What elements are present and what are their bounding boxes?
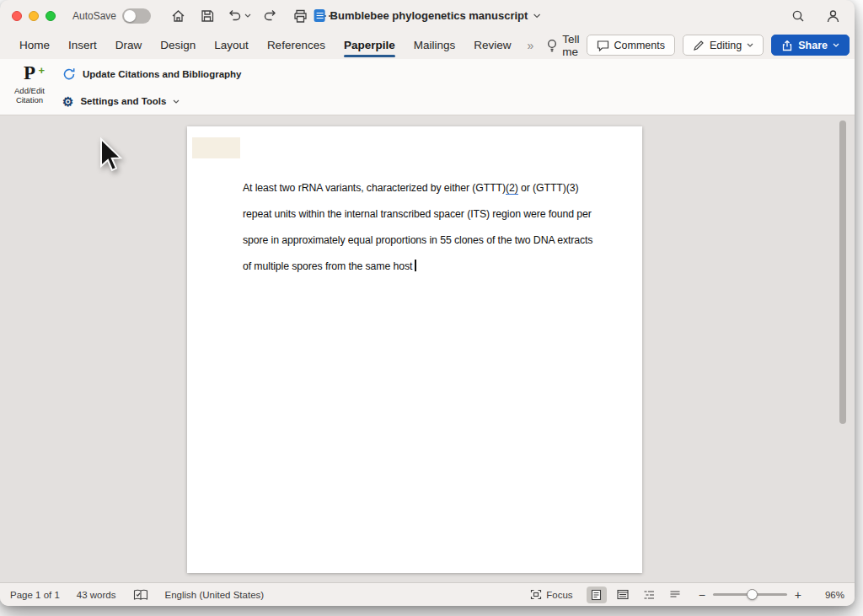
- save-button[interactable]: [197, 6, 217, 26]
- autosave-label: AutoSave: [72, 10, 116, 22]
- home-button[interactable]: [168, 6, 188, 26]
- settings-tools-label: Settings and Tools: [80, 96, 166, 106]
- tab-layout[interactable]: Layout: [205, 33, 258, 57]
- gear-icon: ⚙: [62, 95, 73, 108]
- share-dropdown-icon: [833, 43, 839, 47]
- mouse-cursor: [94, 137, 123, 174]
- focus-mode-button[interactable]: Focus: [530, 589, 572, 600]
- autosave-toggle[interactable]: [122, 8, 151, 24]
- account-button[interactable]: [823, 6, 843, 26]
- tab-home[interactable]: Home: [10, 33, 59, 57]
- highlight-region: [192, 137, 240, 158]
- tab-review[interactable]: Review: [464, 33, 520, 57]
- word-document-icon: [314, 9, 325, 22]
- focus-label: Focus: [546, 590, 572, 600]
- text-line-1: At least two rRNA variants, characterize…: [243, 175, 592, 201]
- word-count[interactable]: 43 words: [77, 590, 116, 600]
- share-label: Share: [798, 40, 828, 51]
- paperpile-logo-icon: P+: [24, 63, 35, 83]
- tab-references[interactable]: References: [258, 33, 335, 57]
- redo-icon: [263, 9, 278, 22]
- document-canvas: At least two rRNA variants, characterize…: [0, 115, 855, 582]
- zoom-in-button[interactable]: +: [795, 589, 801, 601]
- close-window-button[interactable]: [12, 11, 22, 21]
- undo-icon: [227, 9, 242, 22]
- tab-paperpile[interactable]: Paperpile: [335, 33, 405, 57]
- comments-button[interactable]: Comments: [587, 35, 675, 56]
- editing-mode-button[interactable]: Editing: [683, 35, 764, 56]
- home-icon: [171, 9, 185, 23]
- add-edit-citation-label-2: Citation: [7, 95, 52, 104]
- spellcheck-status-button[interactable]: [133, 589, 148, 601]
- update-citations-button[interactable]: Update Citations and Bibliography: [57, 64, 246, 84]
- status-bar: Page 1 of 1 43 words English (United Sta…: [0, 582, 855, 606]
- comment-icon: [597, 40, 609, 51]
- text-line-2: repeat units within the internal transcr…: [243, 201, 592, 228]
- update-citations-label: Update Citations and Bibliography: [83, 69, 241, 79]
- tab-draw[interactable]: Draw: [106, 33, 152, 57]
- traffic-lights: [12, 11, 56, 21]
- zoom-controls: − + 96%: [699, 589, 844, 601]
- outline-view-button[interactable]: [639, 587, 659, 603]
- comments-label: Comments: [614, 40, 665, 51]
- paperpile-ribbon: P+ Add/Edit Citation Update Citations an…: [0, 59, 855, 115]
- lightbulb-icon: [547, 39, 557, 52]
- page-count[interactable]: Page 1 of 1: [10, 590, 60, 600]
- tab-design[interactable]: Design: [151, 33, 205, 57]
- focus-icon: [530, 589, 542, 600]
- fullscreen-window-button[interactable]: [46, 11, 56, 21]
- settings-and-tools-button[interactable]: ⚙ Settings and Tools: [57, 91, 246, 111]
- citation-marker: (2): [506, 182, 518, 195]
- language-status[interactable]: English (United States): [165, 590, 265, 600]
- zoom-slider[interactable]: [713, 593, 787, 596]
- title-dropdown-icon: [533, 13, 540, 19]
- text-line-4: of multiple spores from the same host: [243, 254, 592, 280]
- zoom-percentage[interactable]: 96%: [814, 590, 844, 600]
- document-title: Bumblebee phylogenetics manuscript: [330, 9, 528, 22]
- text-caret: [415, 260, 415, 271]
- document-title-menu[interactable]: Bumblebee phylogenetics manuscript: [314, 0, 541, 31]
- web-layout-view-button[interactable]: [613, 587, 633, 603]
- document-page[interactable]: At least two rRNA variants, characterize…: [187, 126, 642, 573]
- print-button[interactable]: [290, 6, 310, 26]
- editing-dropdown-icon: [747, 43, 753, 47]
- tab-mailings[interactable]: Mailings: [405, 33, 465, 57]
- tell-me-button[interactable]: Tell me: [540, 33, 586, 58]
- search-icon: [791, 9, 805, 23]
- view-switcher: [587, 587, 685, 603]
- titlebar: AutoSave ⋯ Bumblebe: [0, 0, 855, 31]
- editing-label: Editing: [710, 40, 742, 51]
- print-layout-view-button[interactable]: [587, 587, 607, 603]
- zoom-out-button[interactable]: −: [699, 589, 705, 601]
- proofing-book-icon: [133, 589, 148, 601]
- share-button[interactable]: Share: [771, 35, 850, 56]
- search-button[interactable]: [788, 6, 808, 26]
- text-line-3: spore in approximately equal proportions…: [243, 228, 592, 254]
- tabs-overflow-chevron[interactable]: »: [521, 39, 541, 52]
- account-icon: [826, 9, 840, 23]
- document-text: At least two rRNA variants, characterize…: [243, 175, 592, 280]
- add-edit-citation-button[interactable]: P+ Add/Edit Citation: [7, 63, 52, 104]
- redo-button[interactable]: [260, 6, 281, 26]
- vertical-scrollbar-thumb[interactable]: [839, 121, 846, 424]
- share-icon: [781, 40, 793, 51]
- toggle-knob: [124, 10, 136, 22]
- draft-view-button[interactable]: [665, 587, 685, 603]
- tab-insert[interactable]: Insert: [59, 33, 106, 57]
- refresh-icon: [62, 67, 76, 81]
- pencil-icon: [693, 40, 705, 51]
- tell-me-label: Tell me: [562, 33, 579, 58]
- ribbon-tab-bar: Home Insert Draw Design Layout Reference…: [0, 31, 855, 59]
- save-icon: [201, 9, 214, 23]
- word-window: AutoSave ⋯ Bumblebe: [0, 0, 855, 606]
- undo-button[interactable]: [227, 6, 251, 26]
- settings-dropdown-icon: [173, 99, 180, 104]
- add-edit-citation-label-1: Add/Edit: [7, 86, 52, 95]
- zoom-slider-thumb[interactable]: [747, 589, 758, 600]
- minimize-window-button[interactable]: [29, 11, 39, 21]
- print-icon: [293, 9, 308, 23]
- undo-dropdown-icon: [244, 13, 251, 18]
